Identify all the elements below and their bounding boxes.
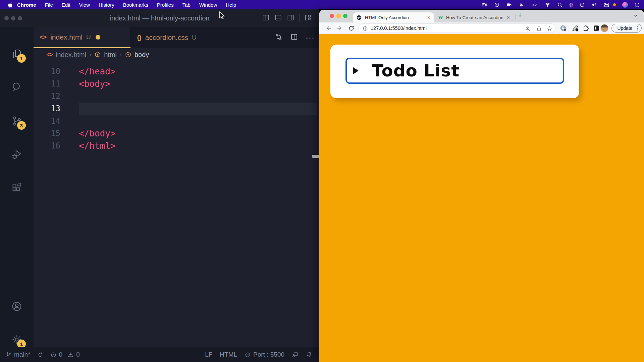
camera-record-icon[interactable] <box>481 2 488 8</box>
explorer-icon[interactable]: 1 <box>11 48 22 60</box>
menubar-item-view[interactable]: View <box>75 2 94 8</box>
profile-avatar[interactable] <box>600 24 608 32</box>
unsaved-dot-icon[interactable] <box>96 35 100 40</box>
play-circle-icon[interactable] <box>579 2 585 8</box>
site-info-icon[interactable] <box>363 26 368 33</box>
accordion-summary[interactable]: Todo List <box>345 58 564 84</box>
sync-status[interactable] <box>37 352 44 358</box>
wifi-icon[interactable] <box>544 2 551 7</box>
siri-icon[interactable] <box>622 2 628 8</box>
window-resize-handle[interactable] <box>312 155 319 158</box>
settings-gear-icon[interactable]: 1 <box>11 334 22 345</box>
source-control-badge: 3 <box>17 121 26 130</box>
reload-button[interactable] <box>348 25 355 33</box>
chrome-menu-icon[interactable] <box>637 26 638 31</box>
menubar-item-file[interactable]: File <box>41 2 57 8</box>
apple-menu-icon[interactable] <box>7 2 13 8</box>
bookmark-star-icon[interactable] <box>547 26 552 33</box>
chrome-tab-inactive[interactable]: W How To Create an Accordion ✕ <box>436 12 512 22</box>
tab-separator <box>516 14 516 19</box>
close-window-button[interactable] <box>330 14 334 18</box>
menubar-item-bookmarks[interactable]: Bookmarks <box>119 2 153 8</box>
warning-count: 0 <box>76 351 80 358</box>
run-debug-icon[interactable] <box>11 148 22 160</box>
toggle-panel-icon[interactable] <box>274 14 282 23</box>
vpn-extension-icon[interactable] <box>559 24 567 33</box>
w3schools-favicon: W <box>438 15 443 20</box>
update-browser-button[interactable]: Update <box>611 24 642 33</box>
globe-favicon <box>356 15 362 20</box>
darkreader-extension-icon[interactable] <box>593 24 600 33</box>
breadcrumb-file[interactable]: index.html <box>56 51 86 59</box>
menubar-item-tab[interactable]: Tab <box>178 2 195 8</box>
address-bar[interactable]: 127.0.0.1:5500/index.html <box>358 23 555 33</box>
split-editor-icon[interactable] <box>290 33 298 42</box>
new-tab-button[interactable]: + <box>518 11 522 19</box>
customize-layout-icon[interactable] <box>304 14 312 23</box>
vscode-titlebar[interactable]: index.html — html-only-accordion <box>0 9 319 27</box>
more-actions-icon[interactable]: ··· <box>306 33 315 42</box>
breadcrumb-html[interactable]: html <box>104 51 117 59</box>
menubar-item-help[interactable]: Help <box>221 2 240 8</box>
extensions-puzzle-icon[interactable] <box>582 24 590 33</box>
menubar-item-profiles[interactable]: Profiles <box>153 2 178 8</box>
titlebar-separator <box>299 14 300 22</box>
open-changes-icon[interactable] <box>275 33 283 42</box>
tab-title: How To Create an Accordion <box>446 15 503 20</box>
git-branch-status[interactable]: main* <box>5 351 31 358</box>
menubar-item-history[interactable]: History <box>94 2 119 8</box>
spotlight-search-icon[interactable] <box>557 2 563 8</box>
accordion-card: Todo List <box>330 45 579 98</box>
minimize-window-button[interactable] <box>336 14 341 18</box>
tab-index-html[interactable]: <> index.html U <box>34 27 131 48</box>
tab-accordion-css[interactable]: {} accordion.css U <box>131 27 230 48</box>
colorpicker-extension-icon[interactable] <box>572 24 579 33</box>
search-icon[interactable] <box>11 81 22 93</box>
language-mode[interactable]: HTML <box>220 351 237 358</box>
toggle-secondary-sidebar-icon[interactable] <box>287 14 294 23</box>
eol-indicator[interactable]: LF <box>205 351 212 358</box>
html-file-icon: <> <box>46 51 53 58</box>
tab-label: index.html <box>50 33 83 41</box>
code-editor[interactable]: 10</head> 11<body> 12 13 14 15</body> 16… <box>34 61 319 347</box>
branch-name: main* <box>14 351 31 358</box>
video-camera-icon[interactable] <box>506 2 512 7</box>
menubar-item-chrome[interactable]: Chrome <box>13 2 41 8</box>
volume-icon[interactable] <box>591 2 597 7</box>
remote-cast-icon[interactable] <box>292 351 299 358</box>
close-tab-icon[interactable]: ✕ <box>427 15 431 20</box>
url-text[interactable]: 127.0.0.1:5500/index.html <box>371 25 427 31</box>
extensions-icon[interactable] <box>11 182 22 193</box>
live-server-port[interactable]: Port : 5500 <box>245 351 284 358</box>
line-number: 16 <box>34 140 60 152</box>
record-dot-icon[interactable] <box>494 2 500 8</box>
back-button[interactable] <box>325 25 331 33</box>
forward-button[interactable] <box>337 25 343 33</box>
toggle-primary-sidebar-icon[interactable] <box>262 14 270 23</box>
breadcrumb: <> index.html › html › body <box>34 48 319 61</box>
tab-search-chevron-icon[interactable] <box>633 13 638 19</box>
chrome-tab-active[interactable]: HTML Only Accordion ✕ <box>353 12 434 22</box>
chrome-toolbar: 127.0.0.1:5500/index.html Update <box>319 22 644 34</box>
zoom-icon[interactable] <box>525 26 530 33</box>
menubar-item-edit[interactable]: Edit <box>57 2 75 8</box>
notifications-bell-icon[interactable] <box>306 351 313 358</box>
source-control-icon[interactable]: 3 <box>11 115 22 127</box>
css-file-icon: {} <box>137 34 141 41</box>
account-icon[interactable] <box>11 301 22 312</box>
git-status-untracked: U <box>192 34 197 41</box>
clock-icon[interactable] <box>634 2 640 8</box>
menubar-item-window[interactable]: Window <box>195 2 221 8</box>
error-count: 0 <box>59 351 63 358</box>
share-icon[interactable] <box>536 26 542 33</box>
battery-icon[interactable] <box>531 2 538 7</box>
symbol-cube-icon <box>94 51 101 58</box>
breadcrumb-body[interactable]: body <box>135 51 149 59</box>
git-status-untracked: U <box>86 34 91 41</box>
rocket-icon[interactable] <box>519 2 524 8</box>
control-center-icon[interactable] <box>604 2 609 7</box>
braces-icon[interactable]: {} <box>569 2 573 7</box>
problems-status[interactable]: 0 0 <box>50 351 80 358</box>
zoom-window-button[interactable] <box>343 14 347 18</box>
close-tab-icon[interactable]: ✕ <box>506 15 510 20</box>
